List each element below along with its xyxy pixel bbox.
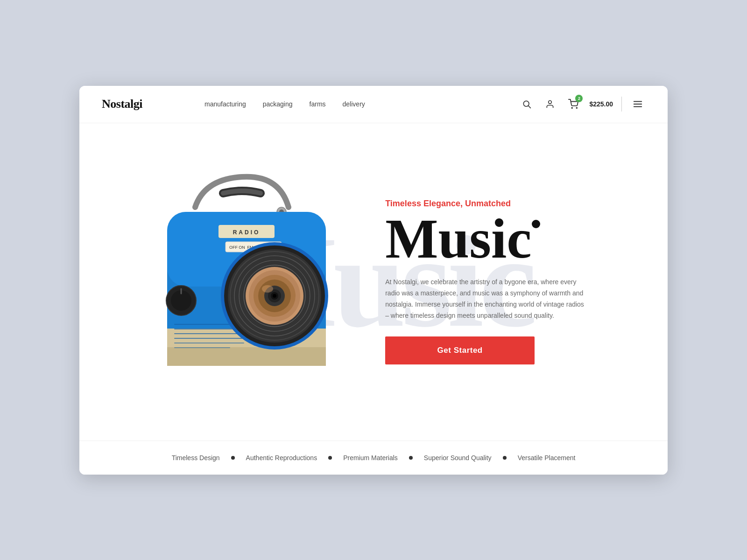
main-nav: manufacturing packaging farms delivery (204, 100, 365, 108)
svg-rect-20 (174, 343, 244, 343)
menu-icon (633, 99, 643, 109)
svg-text:OFF: OFF (229, 245, 238, 250)
svg-line-1 (529, 106, 531, 108)
footer-item-4: Versatile Placement (518, 454, 576, 462)
cta-button[interactable]: Get Started (385, 336, 535, 364)
svg-rect-19 (174, 338, 244, 339)
header: Nostalgi manufacturing packaging farms d… (79, 86, 668, 123)
svg-point-3 (572, 107, 573, 108)
svg-point-4 (577, 107, 578, 108)
search-icon (522, 99, 531, 109)
footer-item-3: Superior Sound Quality (424, 454, 492, 462)
cart-button[interactable]: 2 (566, 97, 581, 112)
user-icon (545, 99, 555, 109)
hero-text: Timeless Elegance, Unmatched Music At No… (385, 199, 668, 364)
header-divider (621, 97, 622, 112)
radio-svg-wrapper: RADIO OFF ON FM AM (130, 165, 354, 399)
radio-image-container: RADIO OFF ON FM AM (79, 156, 385, 408)
vintage-radio-svg: RADIO OFF ON FM AM (130, 165, 354, 399)
nav-manufacturing[interactable]: manufacturing (204, 100, 246, 108)
svg-text:RADIO: RADIO (233, 229, 260, 236)
footer-item-0: Timeless Design (172, 454, 220, 462)
footer-item-1: Authentic Reproductions (246, 454, 317, 462)
hero-description: At Nostalgi, we celebrate the artistry o… (385, 277, 586, 321)
nav-delivery[interactable]: delivery (343, 100, 365, 108)
header-actions: 2 $225.00 (519, 97, 645, 112)
nav-packaging[interactable]: packaging (263, 100, 293, 108)
footer-dot-0 (231, 456, 235, 460)
footer-dot-1 (328, 456, 332, 460)
footer-item-2: Premium Materials (343, 454, 398, 462)
browser-window: Nostalgi manufacturing packaging farms d… (79, 86, 668, 475)
svg-point-2 (549, 101, 552, 104)
price-display: $225.00 (589, 100, 613, 108)
hero-section: Music (79, 123, 668, 441)
svg-text:ON: ON (239, 245, 245, 250)
title-dot (532, 220, 540, 228)
footer-strip: Timeless Design Authentic Reproductions … (79, 441, 668, 475)
nav-farms[interactable]: farms (310, 100, 326, 108)
search-button[interactable] (519, 97, 534, 112)
user-button[interactable] (543, 97, 557, 112)
svg-point-43 (273, 294, 276, 298)
hero-tagline: Timeless Elegance, Unmatched (385, 199, 640, 209)
hero-title: Music (385, 212, 640, 266)
svg-rect-21 (174, 347, 230, 348)
svg-rect-15 (167, 347, 326, 366)
hero-content: RADIO OFF ON FM AM (79, 137, 668, 427)
svg-point-44 (262, 285, 273, 293)
footer-dot-2 (409, 456, 413, 460)
menu-button[interactable] (630, 97, 645, 112)
footer-dot-3 (503, 456, 507, 460)
logo: Nostalgi (102, 97, 167, 111)
svg-rect-18 (174, 333, 244, 334)
cart-badge: 2 (575, 95, 583, 102)
